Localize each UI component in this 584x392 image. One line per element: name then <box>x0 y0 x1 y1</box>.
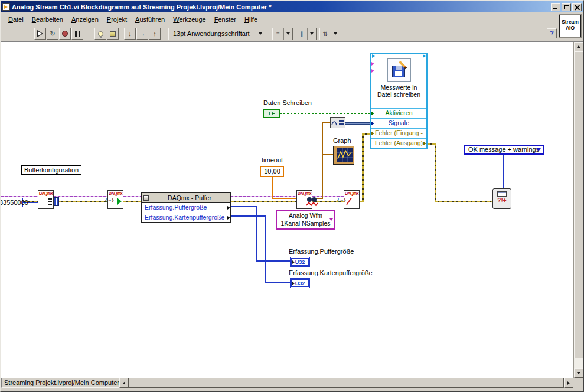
distribute-objects-dropdown[interactable]: ∥ <box>296 28 317 40</box>
error-wire[interactable] <box>435 143 436 202</box>
timeout-label: timeout <box>262 156 283 164</box>
indicator-puffergroesse[interactable]: U32 <box>290 257 310 267</box>
error-wire[interactable] <box>435 201 492 202</box>
waveform-wire[interactable] <box>322 122 323 199</box>
scroll-right-button[interactable] <box>564 378 573 388</box>
step-over-button[interactable]: → <box>136 28 148 40</box>
property-row-puffergroesse[interactable]: Erfassung.Puffergröße <box>142 203 230 213</box>
run-button[interactable] <box>34 28 46 40</box>
timeout-wire[interactable] <box>272 177 273 199</box>
block-diagram-canvas[interactable]: Bufferkonfiguration Daten Schreiben time… <box>1 42 573 378</box>
property-row-kartenpuffergroesse[interactable]: Erfassung.Kartenpuffergröße <box>142 213 230 222</box>
menu-ausfuehren[interactable]: Ausführen <box>131 14 169 25</box>
numeric-wire[interactable] <box>231 215 266 217</box>
daqmx-brand-label: DAQmx <box>38 191 53 196</box>
indicator-kartenpuffergroesse[interactable]: U32 <box>290 278 310 288</box>
error-wire[interactable] <box>362 133 364 202</box>
simple-error-handler-node[interactable]: ?!+ <box>492 188 511 209</box>
terminal-fehler-ausgang[interactable]: Fehler (Ausgang) <box>371 138 426 148</box>
daqmx-timing-node[interactable]: DAQmx {~} <box>107 190 123 209</box>
boolean-wire[interactable] <box>280 113 370 114</box>
menu-hilfe[interactable]: Hilfe <box>240 14 262 25</box>
menu-fenster[interactable]: Fenster <box>210 14 240 25</box>
vertical-scrollbar[interactable] <box>573 42 583 378</box>
unwired-input-icon <box>371 62 374 66</box>
dialog-type-wire[interactable] <box>503 155 504 188</box>
font-settings-dropdown[interactable]: 13pt Anwendungsschriftart <box>168 28 265 40</box>
scroll-up-button[interactable] <box>574 42 583 51</box>
scroll-left-button[interactable] <box>119 378 129 388</box>
task-wire[interactable] <box>123 196 141 197</box>
boolean-constant-tf[interactable]: TF <box>263 109 280 118</box>
help-button[interactable]: ? <box>547 28 557 38</box>
input-arrow-icon <box>292 282 295 285</box>
highlight-execution-button[interactable] <box>94 28 106 40</box>
menu-werkzeuge[interactable]: Werkzeuge <box>169 14 210 25</box>
menu-datei[interactable]: Datei <box>4 14 28 25</box>
minimize-icon <box>553 8 557 9</box>
waveform-graph-terminal[interactable] <box>333 146 354 165</box>
daqmx-read-node[interactable]: DAQmx <box>296 190 312 209</box>
menu-bearbeiten[interactable]: Bearbeiten <box>28 14 67 25</box>
task-wire[interactable] <box>1 196 38 197</box>
dialog-box-icon <box>497 191 507 197</box>
titlebar[interactable]: Analog Stream Ch1.vi Blockdiagramm auf S… <box>1 1 583 12</box>
scroll-down-button[interactable] <box>574 368 583 378</box>
terminal-signale[interactable]: Signale <box>371 118 426 128</box>
task-wire[interactable] <box>231 196 296 197</box>
align-dropdown-arrow[interactable] <box>283 28 292 40</box>
polymorphic-selector[interactable]: Analog Wfm 1Kanal NSamples <box>276 210 335 230</box>
align-objects-icon: ≡ <box>273 31 283 37</box>
error-wire[interactable] <box>123 201 141 202</box>
terminal-aktivieren[interactable]: Aktivieren <box>371 108 426 118</box>
project-status-box[interactable]: Streaming Projekt.lvproj/Mein Computer <box>1 378 119 388</box>
pause-button[interactable] <box>71 28 83 40</box>
numeric-wire[interactable] <box>256 260 290 262</box>
numeric-wire[interactable] <box>265 215 266 283</box>
menu-anzeigen[interactable]: Anzeigen <box>67 14 103 25</box>
waveform-wire[interactable] <box>322 154 333 155</box>
vi-icon[interactable]: Stream AIO <box>559 15 581 37</box>
error-wire[interactable] <box>54 201 107 202</box>
reorder-dropdown-arrow[interactable] <box>331 28 340 40</box>
numeric-wire[interactable] <box>256 206 257 262</box>
numeric-wire[interactable] <box>231 206 257 207</box>
waveform-wire[interactable] <box>322 122 330 123</box>
daqmx-create-channel-node[interactable]: DAQmx <box>38 190 54 209</box>
abort-button[interactable] <box>59 28 71 40</box>
run-continuous-button[interactable]: ↻ <box>47 28 58 40</box>
chevron-down-icon <box>259 32 262 35</box>
distribute-dropdown-arrow[interactable] <box>307 28 316 40</box>
retain-wire-values-button[interactable] <box>107 28 119 40</box>
write-to-measurement-file-express-vi[interactable]: Messwerte in Datei schreiben Aktivieren … <box>370 53 428 149</box>
samples-constant[interactable]: 33550000 <box>1 198 23 207</box>
daqmx-buffer-property-node[interactable]: DAQmx - Puffer Erfassung.Puffergröße Erf… <box>141 192 231 223</box>
error-dialog-type-ring[interactable]: OK message + warnings <box>464 145 544 155</box>
timeout-wire[interactable] <box>272 198 296 199</box>
daqmx-brand-label: DAQmx <box>108 191 123 196</box>
input-arrow-icon <box>371 132 374 135</box>
task-wire[interactable] <box>54 196 107 197</box>
step-into-button[interactable]: ↓ <box>124 28 136 40</box>
close-button[interactable] <box>572 3 582 11</box>
dynamic-data-wire[interactable] <box>345 122 370 125</box>
vi-icon-line1: Stream <box>560 19 580 25</box>
timeout-constant[interactable]: 10,00 <box>260 166 284 177</box>
minimize-button[interactable] <box>551 3 560 11</box>
daqmx-clear-task-node[interactable]: DAQmx {~} <box>344 190 360 209</box>
step-out-button[interactable]: ↑ <box>149 28 161 40</box>
numeric-wire[interactable] <box>265 282 290 283</box>
error-wire[interactable] <box>362 133 370 135</box>
maximize-button[interactable] <box>562 3 571 11</box>
vertical-scroll-thumb[interactable] <box>574 51 583 358</box>
menu-projekt[interactable]: Projekt <box>103 14 131 25</box>
horizontal-scroll-thumb[interactable] <box>129 378 564 388</box>
reorder-dropdown[interactable]: ⇅ <box>319 28 340 40</box>
align-objects-dropdown[interactable]: ≡ <box>272 28 293 40</box>
terminal-fehler-eingang[interactable]: Fehler (Eingang - <box>371 128 426 138</box>
property-node-header[interactable]: DAQmx - Puffer <box>142 193 230 203</box>
error-wire[interactable] <box>231 201 296 202</box>
arrow-down-icon <box>577 372 580 374</box>
convert-to-dynamic-node[interactable] <box>330 117 345 128</box>
font-dropdown-arrow[interactable] <box>256 28 265 40</box>
